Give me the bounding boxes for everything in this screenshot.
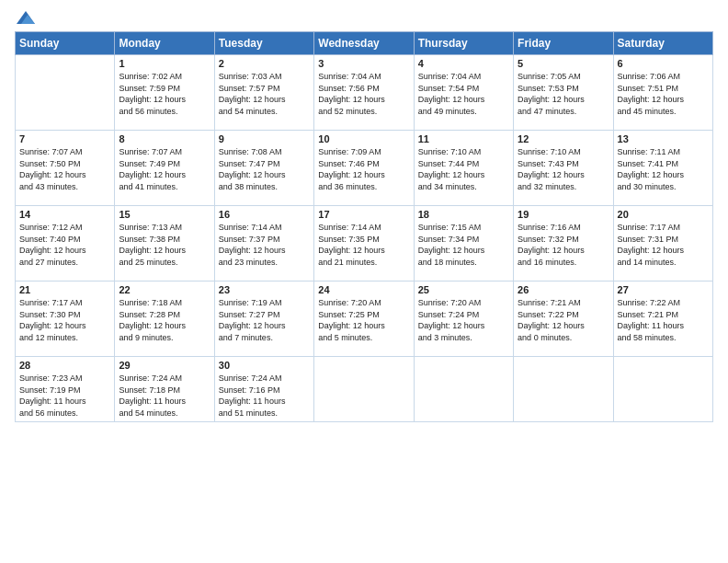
day-number: 19 xyxy=(518,209,609,220)
calendar-cell: 9Sunrise: 7:08 AM Sunset: 7:47 PM Daylig… xyxy=(214,131,313,206)
day-info: Sunrise: 7:12 AM Sunset: 7:40 PM Dayligh… xyxy=(19,222,110,268)
day-info: Sunrise: 7:18 AM Sunset: 7:28 PM Dayligh… xyxy=(119,297,210,343)
day-info: Sunrise: 7:07 AM Sunset: 7:50 PM Dayligh… xyxy=(19,146,110,192)
calendar-week-row: 1Sunrise: 7:02 AM Sunset: 7:59 PM Daylig… xyxy=(16,55,713,131)
day-number: 20 xyxy=(618,209,709,220)
calendar-cell: 28Sunrise: 7:23 AM Sunset: 7:19 PM Dayli… xyxy=(16,357,115,422)
day-number: 30 xyxy=(219,360,310,371)
day-info: Sunrise: 7:07 AM Sunset: 7:49 PM Dayligh… xyxy=(119,146,210,192)
day-info: Sunrise: 7:23 AM Sunset: 7:19 PM Dayligh… xyxy=(19,373,110,419)
day-number: 26 xyxy=(518,284,609,295)
calendar-cell: 2Sunrise: 7:03 AM Sunset: 7:57 PM Daylig… xyxy=(214,55,313,131)
day-info: Sunrise: 7:10 AM Sunset: 7:43 PM Dayligh… xyxy=(518,146,609,192)
day-info: Sunrise: 7:17 AM Sunset: 7:30 PM Dayligh… xyxy=(19,297,110,343)
day-info: Sunrise: 7:10 AM Sunset: 7:44 PM Dayligh… xyxy=(418,146,509,192)
day-number: 4 xyxy=(418,58,509,69)
calendar-cell: 12Sunrise: 7:10 AM Sunset: 7:43 PM Dayli… xyxy=(514,131,613,206)
calendar-cell: 5Sunrise: 7:05 AM Sunset: 7:53 PM Daylig… xyxy=(514,55,613,131)
day-number: 9 xyxy=(219,133,310,144)
day-info: Sunrise: 7:24 AM Sunset: 7:18 PM Dayligh… xyxy=(119,373,210,419)
day-info: Sunrise: 7:04 AM Sunset: 7:56 PM Dayligh… xyxy=(318,71,409,117)
calendar-cell: 16Sunrise: 7:14 AM Sunset: 7:37 PM Dayli… xyxy=(214,206,313,282)
day-number: 8 xyxy=(119,133,210,144)
day-info: Sunrise: 7:05 AM Sunset: 7:53 PM Dayligh… xyxy=(518,71,609,117)
calendar-cell xyxy=(613,357,712,422)
day-info: Sunrise: 7:14 AM Sunset: 7:37 PM Dayligh… xyxy=(219,222,310,268)
day-number: 12 xyxy=(518,133,609,144)
calendar-cell xyxy=(16,55,115,131)
day-number: 11 xyxy=(418,133,509,144)
calendar-cell: 25Sunrise: 7:20 AM Sunset: 7:24 PM Dayli… xyxy=(414,282,513,357)
day-number: 15 xyxy=(119,209,210,220)
day-info: Sunrise: 7:02 AM Sunset: 7:59 PM Dayligh… xyxy=(119,71,210,117)
day-info: Sunrise: 7:03 AM Sunset: 7:57 PM Dayligh… xyxy=(219,71,310,117)
calendar-cell: 20Sunrise: 7:17 AM Sunset: 7:31 PM Dayli… xyxy=(613,206,712,282)
logo-icon xyxy=(17,11,35,24)
calendar-cell xyxy=(314,357,414,422)
day-number: 29 xyxy=(119,360,210,371)
calendar-cell: 24Sunrise: 7:20 AM Sunset: 7:25 PM Dayli… xyxy=(314,282,414,357)
day-header-monday: Monday xyxy=(115,32,214,55)
day-number: 1 xyxy=(119,58,210,69)
day-number: 3 xyxy=(318,58,409,69)
day-number: 23 xyxy=(219,284,310,295)
day-info: Sunrise: 7:20 AM Sunset: 7:25 PM Dayligh… xyxy=(318,297,409,343)
day-header-sunday: Sunday xyxy=(16,32,115,55)
calendar-week-row: 21Sunrise: 7:17 AM Sunset: 7:30 PM Dayli… xyxy=(16,282,713,357)
day-info: Sunrise: 7:14 AM Sunset: 7:35 PM Dayligh… xyxy=(318,222,409,268)
day-number: 28 xyxy=(19,360,110,371)
day-info: Sunrise: 7:24 AM Sunset: 7:16 PM Dayligh… xyxy=(219,373,310,419)
day-info: Sunrise: 7:17 AM Sunset: 7:31 PM Dayligh… xyxy=(618,222,709,268)
day-info: Sunrise: 7:06 AM Sunset: 7:51 PM Dayligh… xyxy=(618,71,709,117)
day-number: 2 xyxy=(219,58,310,69)
calendar-cell: 15Sunrise: 7:13 AM Sunset: 7:38 PM Dayli… xyxy=(115,206,214,282)
calendar-cell: 7Sunrise: 7:07 AM Sunset: 7:50 PM Daylig… xyxy=(16,131,115,206)
calendar-table: SundayMondayTuesdayWednesdayThursdayFrid… xyxy=(15,31,713,422)
calendar-cell: 18Sunrise: 7:15 AM Sunset: 7:34 PM Dayli… xyxy=(414,206,513,282)
calendar-cell: 11Sunrise: 7:10 AM Sunset: 7:44 PM Dayli… xyxy=(414,131,513,206)
day-number: 6 xyxy=(618,58,709,69)
calendar-week-row: 14Sunrise: 7:12 AM Sunset: 7:40 PM Dayli… xyxy=(16,206,713,282)
calendar-cell: 3Sunrise: 7:04 AM Sunset: 7:56 PM Daylig… xyxy=(314,55,414,131)
calendar-cell: 4Sunrise: 7:04 AM Sunset: 7:54 PM Daylig… xyxy=(414,55,513,131)
header xyxy=(15,11,713,24)
day-info: Sunrise: 7:11 AM Sunset: 7:41 PM Dayligh… xyxy=(618,146,709,192)
calendar-cell: 13Sunrise: 7:11 AM Sunset: 7:41 PM Dayli… xyxy=(613,131,712,206)
calendar-cell: 23Sunrise: 7:19 AM Sunset: 7:27 PM Dayli… xyxy=(214,282,313,357)
calendar-cell xyxy=(414,357,513,422)
calendar-cell: 22Sunrise: 7:18 AM Sunset: 7:28 PM Dayli… xyxy=(115,282,214,357)
day-number: 25 xyxy=(418,284,509,295)
day-info: Sunrise: 7:08 AM Sunset: 7:47 PM Dayligh… xyxy=(219,146,310,192)
calendar-cell xyxy=(514,357,613,422)
calendar-header-row: SundayMondayTuesdayWednesdayThursdayFrid… xyxy=(16,32,713,55)
day-number: 7 xyxy=(19,133,110,144)
day-header-tuesday: Tuesday xyxy=(214,32,313,55)
day-number: 17 xyxy=(318,209,409,220)
day-info: Sunrise: 7:09 AM Sunset: 7:46 PM Dayligh… xyxy=(318,146,409,192)
day-number: 24 xyxy=(318,284,409,295)
day-info: Sunrise: 7:04 AM Sunset: 7:54 PM Dayligh… xyxy=(418,71,509,117)
day-info: Sunrise: 7:21 AM Sunset: 7:22 PM Dayligh… xyxy=(518,297,609,343)
day-number: 5 xyxy=(518,58,609,69)
calendar-cell: 14Sunrise: 7:12 AM Sunset: 7:40 PM Dayli… xyxy=(16,206,115,282)
calendar-cell: 6Sunrise: 7:06 AM Sunset: 7:51 PM Daylig… xyxy=(613,55,712,131)
calendar-cell: 27Sunrise: 7:22 AM Sunset: 7:21 PM Dayli… xyxy=(613,282,712,357)
day-number: 14 xyxy=(19,209,110,220)
day-header-saturday: Saturday xyxy=(613,32,712,55)
day-number: 18 xyxy=(418,209,509,220)
calendar-cell: 19Sunrise: 7:16 AM Sunset: 7:32 PM Dayli… xyxy=(514,206,613,282)
calendar-cell: 8Sunrise: 7:07 AM Sunset: 7:49 PM Daylig… xyxy=(115,131,214,206)
calendar-cell: 10Sunrise: 7:09 AM Sunset: 7:46 PM Dayli… xyxy=(314,131,414,206)
calendar-week-row: 7Sunrise: 7:07 AM Sunset: 7:50 PM Daylig… xyxy=(16,131,713,206)
day-info: Sunrise: 7:19 AM Sunset: 7:27 PM Dayligh… xyxy=(219,297,310,343)
calendar-cell: 30Sunrise: 7:24 AM Sunset: 7:16 PM Dayli… xyxy=(214,357,313,422)
day-number: 27 xyxy=(618,284,709,295)
day-info: Sunrise: 7:20 AM Sunset: 7:24 PM Dayligh… xyxy=(418,297,509,343)
day-number: 16 xyxy=(219,209,310,220)
day-header-wednesday: Wednesday xyxy=(314,32,414,55)
calendar-cell: 26Sunrise: 7:21 AM Sunset: 7:22 PM Dayli… xyxy=(514,282,613,357)
day-info: Sunrise: 7:15 AM Sunset: 7:34 PM Dayligh… xyxy=(418,222,509,268)
calendar-cell: 1Sunrise: 7:02 AM Sunset: 7:59 PM Daylig… xyxy=(115,55,214,131)
day-number: 21 xyxy=(19,284,110,295)
day-info: Sunrise: 7:16 AM Sunset: 7:32 PM Dayligh… xyxy=(518,222,609,268)
